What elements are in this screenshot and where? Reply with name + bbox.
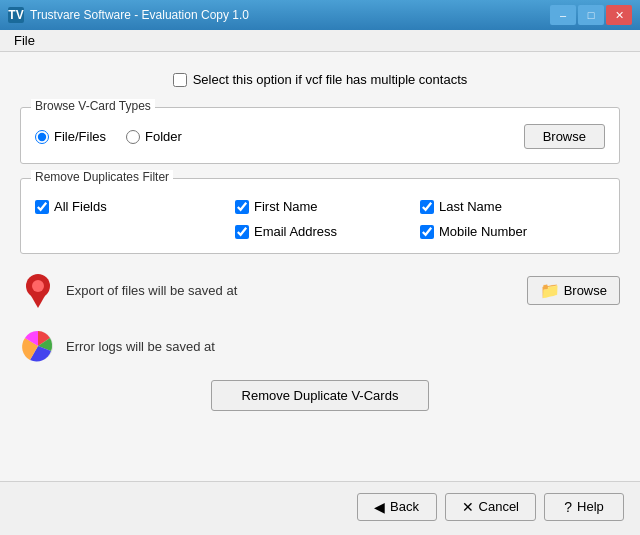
footer: ◀ Back ✕ Cancel ? Help — [0, 481, 640, 531]
app-icon: TV — [8, 7, 24, 23]
last-name-option[interactable]: Last Name — [420, 199, 605, 214]
menu-bar: File — [0, 30, 640, 52]
folder-icon: 📁 — [540, 281, 560, 300]
last-name-checkbox[interactable] — [420, 200, 434, 214]
remove-duplicate-button[interactable]: Remove Duplicate V-Cards — [211, 380, 430, 411]
export-browse-button[interactable]: 📁 Browse — [527, 276, 620, 305]
first-name-option[interactable]: First Name — [235, 199, 420, 214]
minimize-button[interactable]: – — [550, 5, 576, 25]
file-files-label: File/Files — [54, 129, 106, 144]
remove-btn-container: Remove Duplicate V-Cards — [20, 380, 620, 411]
multiple-contacts-checkbox[interactable] — [173, 73, 187, 87]
multiple-contacts-label[interactable]: Select this option if vcf file has multi… — [173, 72, 468, 87]
window-title: Trustvare Software - Evaluation Copy 1.0 — [30, 8, 249, 22]
browse-types-title: Browse V-Card Types — [31, 99, 155, 113]
email-label: Email Address — [254, 224, 337, 239]
svg-marker-2 — [30, 294, 46, 308]
error-logs-row: Error logs will be saved at — [20, 324, 620, 368]
title-bar: TV Trustvare Software - Evaluation Copy … — [0, 0, 640, 30]
help-button[interactable]: ? Help — [544, 493, 624, 521]
title-bar-left: TV Trustvare Software - Evaluation Copy … — [8, 7, 249, 23]
duplicates-title: Remove Duplicates Filter — [31, 170, 173, 184]
first-name-label: First Name — [254, 199, 318, 214]
multiple-contacts-text: Select this option if vcf file has multi… — [193, 72, 468, 87]
svg-point-1 — [32, 280, 44, 292]
all-fields-label: All Fields — [54, 199, 107, 214]
all-fields-checkbox[interactable] — [35, 200, 49, 214]
all-fields-option[interactable]: All Fields — [35, 199, 235, 214]
help-icon: ? — [564, 499, 572, 515]
export-browse-label: Browse — [564, 283, 607, 298]
cancel-icon: ✕ — [462, 499, 474, 515]
file-files-option[interactable]: File/Files — [35, 129, 106, 144]
maximize-button[interactable]: □ — [578, 5, 604, 25]
error-logs-icon — [20, 328, 56, 364]
last-name-label: Last Name — [439, 199, 502, 214]
back-label: Back — [390, 499, 419, 514]
close-button[interactable]: ✕ — [606, 5, 632, 25]
duplicates-group: Remove Duplicates Filter All Fields Firs… — [20, 178, 620, 254]
cancel-label: Cancel — [479, 499, 519, 514]
first-name-checkbox[interactable] — [235, 200, 249, 214]
export-text: Export of files will be saved at — [66, 283, 527, 298]
file-files-radio[interactable] — [35, 130, 49, 144]
mobile-checkbox[interactable] — [420, 225, 434, 239]
email-checkbox[interactable] — [235, 225, 249, 239]
folder-radio[interactable] — [126, 130, 140, 144]
email-option[interactable]: Email Address — [235, 224, 420, 239]
mobile-option[interactable]: Mobile Number — [420, 224, 605, 239]
back-icon: ◀ — [374, 499, 385, 515]
pie-chart-icon — [21, 329, 55, 363]
main-content: Select this option if vcf file has multi… — [0, 52, 640, 481]
browse-types-group: Browse V-Card Types File/Files Folder Br… — [20, 107, 620, 164]
help-label: Help — [577, 499, 604, 514]
back-button[interactable]: ◀ Back — [357, 493, 437, 521]
error-logs-text: Error logs will be saved at — [66, 339, 620, 354]
duplicates-grid: All Fields First Name Last Name Email Ad… — [35, 199, 605, 239]
browse-button[interactable]: Browse — [524, 124, 605, 149]
browse-types-row: File/Files Folder Browse — [35, 124, 605, 149]
export-row: Export of files will be saved at 📁 Brows… — [20, 268, 620, 312]
file-menu[interactable]: File — [8, 31, 41, 50]
folder-label: Folder — [145, 129, 182, 144]
window-controls: – □ ✕ — [550, 5, 632, 25]
folder-option[interactable]: Folder — [126, 129, 182, 144]
mobile-label: Mobile Number — [439, 224, 527, 239]
pin-icon — [23, 272, 53, 308]
cancel-button[interactable]: ✕ Cancel — [445, 493, 536, 521]
export-icon — [20, 272, 56, 308]
top-option-row: Select this option if vcf file has multi… — [20, 68, 620, 91]
